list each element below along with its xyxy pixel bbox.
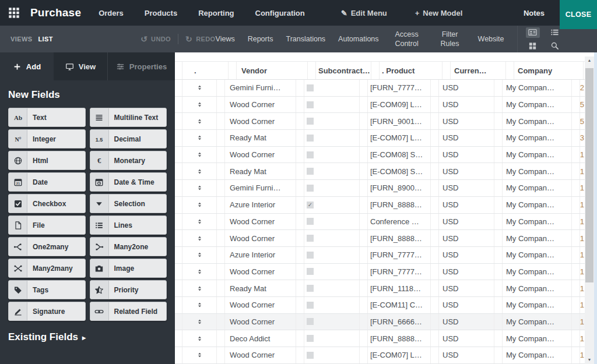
field-button-checkbox[interactable]: Checkbox — [8, 194, 86, 213]
table-row[interactable]: Wood Corner[E-COM09] L…USDMy Compan…5 — [175, 97, 585, 114]
kanban-view-icon[interactable] — [526, 41, 540, 51]
field-button-html[interactable]: Html — [8, 151, 86, 170]
table-row[interactable]: Ready Mat[FURN_1118…USDMy Compan…1 — [175, 280, 585, 297]
topbar-menu-products[interactable]: Products — [145, 9, 177, 17]
field-button-date-time[interactable]: Date & Time — [90, 172, 167, 192]
scroll-down-arrow[interactable]: ▼ — [585, 356, 594, 363]
row-handle-icon[interactable] — [196, 335, 203, 342]
table-row[interactable]: Wood Corner[E-COM11] C…USDMy Compan…1 — [175, 297, 585, 314]
app-name[interactable]: Purchase — [30, 6, 81, 19]
undo-button[interactable]: ↺ UNDO — [141, 36, 171, 43]
row-handle-icon[interactable] — [196, 201, 203, 208]
toolbar-menu-access-control[interactable]: Access Control — [392, 30, 422, 49]
scrollbar-thumb[interactable] — [585, 68, 594, 282]
row-handle-icon[interactable] — [196, 251, 203, 259]
topbar-menu-configuration[interactable]: Configuration — [255, 9, 305, 17]
field-button-text[interactable]: AbText — [8, 108, 86, 127]
field-button-multiline-text[interactable]: Multiline Text — [90, 108, 167, 127]
column-header-vendor[interactable]: Vendor — [236, 62, 307, 79]
row-handle-icon[interactable] — [196, 134, 203, 142]
column-hook — [216, 297, 224, 313]
field-button-signature[interactable]: Signature — [8, 302, 86, 321]
contact-card-icon[interactable] — [526, 27, 540, 38]
tab-view[interactable]: View — [54, 52, 107, 80]
field-button-image[interactable]: Image — [90, 259, 167, 278]
column-hook — [571, 330, 580, 347]
field-button-related-field[interactable]: Related Field — [90, 302, 167, 321]
column-header-handle[interactable]: . — [182, 62, 228, 79]
table-row[interactable]: Gemini Furni…[FURN_8900…USDMy Compan…1 — [175, 180, 585, 197]
field-button-many2many[interactable]: Many2many — [8, 259, 86, 278]
redo-button[interactable]: ↻ REDO — [185, 36, 216, 43]
table-row[interactable]: Azure Interior[FURN_8888…USDMy Compan…1 — [175, 197, 585, 214]
table-row[interactable]: Wood Corner[E-COM08] S…USDMy Compan…1 — [175, 147, 585, 164]
table-row[interactable]: Azure Interior[FURN_7777…USDMy Compan…1 — [175, 247, 585, 264]
existing-fields-toggle[interactable]: Existing Fields ▸ — [0, 321, 175, 343]
toolbar-menu-views[interactable]: Views — [216, 35, 235, 43]
close-button[interactable]: CLOSE — [560, 0, 597, 29]
table-row[interactable]: Deco Addict[FURN_8888…USDMy Compan…1 — [175, 330, 585, 347]
table-row[interactable]: Wood Corner[FURN_9001…USDMy Compan…5 — [175, 113, 585, 130]
column-header-subcontracted[interactable]: Subcontract… — [315, 62, 371, 79]
field-button-date[interactable]: 21Date — [8, 172, 86, 192]
scroll-up-arrow[interactable]: ▲ — [585, 56, 594, 63]
field-button-file[interactable]: File — [8, 215, 86, 235]
row-handle-icon[interactable] — [196, 301, 203, 309]
search-view-icon[interactable] — [548, 41, 562, 51]
topbar-menu-orders[interactable]: Orders — [99, 9, 124, 17]
table-row[interactable]: Wood Corner[E-COM07] L…USDMy Compan…1 — [175, 347, 585, 364]
column-hook — [430, 230, 438, 246]
table-row[interactable]: Wood Corner[FURN_8888…USDMy Compan…1 — [175, 230, 585, 247]
row-handle-icon[interactable] — [196, 184, 203, 192]
table-row[interactable]: Wood CornerConference …USDMy Compan…1 — [175, 214, 585, 231]
field-button-one2many[interactable]: One2many — [8, 237, 86, 256]
topbar-menu-reporting[interactable]: Reporting — [198, 9, 234, 17]
row-handle-icon[interactable] — [196, 118, 203, 125]
vertical-scrollbar[interactable]: ▲ ▼ — [585, 56, 594, 364]
table-row[interactable]: Ready Mat[E-COM08] S…USDMy Compan…1 — [175, 163, 585, 180]
field-button-priority[interactable]: Priority — [90, 280, 167, 299]
table-row[interactable]: Gemini Furni…[FURN_7777…USDMy Compan…12 — [175, 80, 585, 97]
column-hook — [216, 314, 224, 330]
column-header-company[interactable]: Company — [514, 62, 583, 79]
table-row[interactable]: Wood Corner[FURN_7777…USDMy Compan…1 — [175, 264, 585, 281]
field-button-integer[interactable]: N°Integer — [8, 129, 86, 149]
row-handle-icon[interactable] — [196, 318, 203, 326]
table-row[interactable]: Wood Corner[FURN_6666…USDMy Compan…1 — [175, 314, 585, 331]
edit-menu-button[interactable]: ✎ Edit Menu — [341, 9, 387, 17]
field-button-decimal[interactable]: 1.5Decimal — [90, 129, 167, 149]
field-button-lines[interactable]: Lines — [90, 215, 167, 235]
tab-add[interactable]: Add — [0, 52, 54, 80]
row-handle-icon[interactable] — [196, 84, 203, 91]
row-handle-icon[interactable] — [196, 351, 203, 359]
row-handle-icon[interactable] — [196, 101, 203, 108]
toolbar-menu-website[interactable]: Website — [478, 35, 504, 43]
notes-button[interactable]: Notes — [524, 9, 545, 17]
field-button-monetary[interactable]: €Monetary — [90, 151, 167, 170]
field-button-many2one[interactable]: Many2one — [90, 237, 167, 256]
new-model-button[interactable]: + New Model — [415, 9, 463, 17]
cell-vendor: Ready Mat — [224, 130, 296, 146]
apps-grid-icon[interactable] — [8, 7, 20, 19]
field-button-tags[interactable]: Tags — [8, 280, 86, 299]
odoo-studio-window: { "topbar": { "app_name": "Purchase", "m… — [0, 0, 597, 364]
monitor-icon — [65, 62, 74, 71]
row-handle-icon[interactable] — [196, 218, 203, 225]
tab-properties[interactable]: Properties — [107, 52, 175, 80]
column-header-currency[interactable]: Curren… — [450, 62, 505, 79]
row-handle-icon[interactable] — [196, 285, 203, 292]
toolbar-menu-reports[interactable]: Reports — [248, 35, 273, 43]
cell-quantity: 12 — [580, 80, 585, 96]
row-handle-icon[interactable] — [196, 235, 203, 242]
row-handle-icon[interactable] — [196, 151, 203, 158]
column-header-product[interactable]: . Product — [379, 62, 442, 79]
row-handle-icon[interactable] — [196, 268, 203, 275]
field-button-selection[interactable]: Selection — [90, 194, 167, 213]
column-hook — [430, 314, 438, 330]
toolbar-menu-translations[interactable]: Translations — [286, 35, 325, 43]
breadcrumb-views[interactable]: VIEWS — [10, 36, 32, 43]
row-handle-icon[interactable] — [196, 168, 203, 175]
table-row[interactable]: Ready Mat[E-COM07] L…USDMy Compan…3 — [175, 130, 585, 147]
toolbar-menu-automations[interactable]: Automations — [338, 35, 378, 43]
toolbar-menu-filter-rules[interactable]: Filter Rules — [435, 30, 465, 49]
